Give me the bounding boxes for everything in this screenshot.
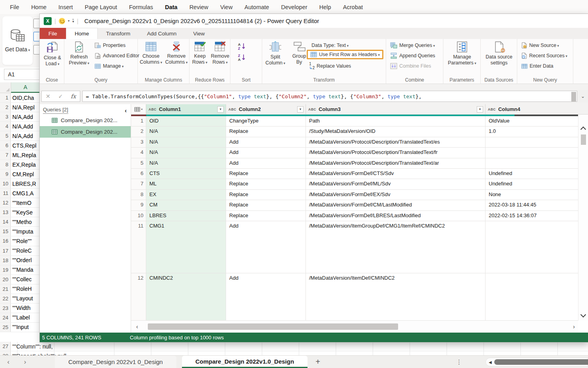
cell-value[interactable]: ""Manda [11, 265, 40, 275]
row-number[interactable]: 1 [0, 93, 11, 102]
cell-value[interactable]: ML,Repla [11, 150, 40, 160]
cell-value[interactable]: ""Role"" [11, 236, 40, 245]
row-number[interactable]: 7 [0, 150, 11, 160]
cell-column2[interactable]: ChangeType [226, 116, 306, 127]
row-number[interactable]: 9 [131, 200, 146, 210]
cancel-icon[interactable]: ✕ [46, 93, 50, 99]
cell-value[interactable]: N/A,Add [11, 131, 40, 140]
cell-value[interactable]: ""Width [11, 304, 40, 313]
column-header[interactable]: ABC Column3 ▾ [306, 104, 485, 114]
excel-menu-item[interactable]: Automate [238, 4, 275, 10]
cell-column3[interactable]: /MetaDataVersion/FormDef/LBRES/LastModif… [306, 211, 485, 221]
vscrollbar-thumb[interactable] [581, 134, 586, 145]
cell-column3[interactable]: /MetaDataVersion/Protocol/Description/Tr… [306, 158, 485, 169]
row-number[interactable]: 28 [0, 351, 11, 355]
cell-column4[interactable]: OldValue [485, 116, 578, 127]
properties-button[interactable]: Properties [95, 41, 126, 50]
cell-column4[interactable] [485, 221, 578, 273]
sheet-tab-2-active[interactable]: Compare_Design 2022v1.0_Design [182, 356, 308, 368]
group-by-button[interactable]: Group By [289, 41, 309, 65]
row-number[interactable]: 24 [0, 313, 11, 322]
pq-tab[interactable]: Home [66, 28, 98, 39]
scroll-left-icon[interactable]: ‹ [131, 323, 143, 330]
pq-tab[interactable]: Add Column [139, 28, 185, 39]
cell-column1[interactable]: CMINDC2 [146, 273, 226, 321]
cell-value[interactable]: ""Input [11, 323, 40, 332]
cell-column3[interactable]: /MetaDataVersion/FormDef/ML/Sdv [306, 179, 485, 189]
scrollbar-thumb[interactable] [494, 359, 588, 365]
smiley-dropdown-icon[interactable]: ▾ [68, 19, 70, 23]
row-number[interactable]: 9 [0, 169, 11, 179]
cell-column2[interactable]: Add [226, 273, 306, 321]
row-number[interactable]: 21 [0, 284, 11, 294]
pq-tab[interactable]: File [40, 28, 66, 39]
cell-column3[interactable]: /MetaDataVersion/FormDef/CM/LastModified [306, 200, 485, 210]
add-sheet-button[interactable]: + [308, 356, 328, 368]
sort-descending-button[interactable]: ZA [238, 53, 246, 62]
cell-column2[interactable]: Replace [226, 127, 306, 137]
formula-expand-icon[interactable]: ⌄ [579, 93, 586, 99]
cell-value[interactable]: ""Label [11, 313, 40, 322]
cell-column4[interactable]: 2022-03-18 11:44:45 [485, 200, 578, 210]
refresh-preview-button[interactable]: Refresh Preview [67, 41, 91, 66]
row-number[interactable]: 6 [131, 169, 146, 179]
query-list-item[interactable]: Compare_Design 202... [40, 115, 131, 126]
row-number[interactable]: 5 [0, 131, 11, 140]
cell-column4[interactable]: None [485, 190, 578, 200]
excel-menu-item[interactable]: File [4, 4, 25, 10]
excel-menu-item[interactable]: Page Layout [79, 4, 123, 10]
row-number[interactable]: 8 [131, 190, 146, 200]
row-number[interactable]: 12 [131, 273, 146, 321]
excel-menu-item[interactable]: View [214, 4, 238, 10]
row-number[interactable]: 11 [131, 221, 146, 273]
enter-data-button[interactable]: Enter Data [521, 61, 553, 71]
row-number[interactable]: 20 [0, 275, 11, 284]
row-number[interactable]: 5 [131, 158, 146, 169]
cell-column1[interactable]: CMG1 [146, 221, 226, 273]
row-number[interactable]: 3 [0, 112, 11, 121]
row-number[interactable]: 11 [0, 189, 11, 198]
excel-menu-item[interactable]: Review [184, 4, 215, 10]
data-type-button[interactable]: Data Type: Text [311, 41, 348, 50]
cell-column3[interactable]: /MetaDataVersion/FormDef/EX/Sdv [306, 190, 485, 200]
pq-title-bar[interactable]: X | ▾ ▾ | Compare_Design 2022v1 0_Design… [40, 14, 588, 28]
cell-column3[interactable]: Path [306, 116, 485, 127]
row-number[interactable]: 2 [0, 103, 11, 112]
cell-value[interactable]: N/A,Add [11, 122, 40, 131]
cell-value[interactable]: ""Collec [11, 275, 40, 284]
table-menu-button[interactable]: ▾ [131, 104, 146, 114]
cell-value[interactable]: ""Layout [11, 294, 40, 303]
cell-column2[interactable]: Replace [226, 211, 306, 221]
cell-value[interactable]: CTS,Repl [11, 141, 40, 150]
append-queries-button[interactable]: Append Queries [390, 51, 435, 60]
smiley-feedback-icon[interactable] [59, 18, 65, 24]
cell-column1[interactable]: EX [146, 190, 226, 200]
cell-value[interactable]: ""RepeatLabels"": null [11, 351, 588, 355]
replace-values-button[interactable]: 1↳2 Replace Values [309, 61, 351, 71]
cell-value[interactable]: N/A,Repl [11, 103, 40, 112]
cell-column4[interactable] [485, 158, 578, 169]
cell-column3[interactable]: /MetaDataVersion/FormDef/CTS/Sdv [306, 169, 485, 179]
cell-value[interactable]: ""RoleC [11, 246, 40, 255]
commit-icon[interactable]: ✓ [58, 93, 63, 99]
cell-column3[interactable]: /MetaDataVersion/Protocol/Description/Tr… [306, 148, 485, 158]
row-number[interactable]: 18 [0, 256, 11, 265]
cell-value[interactable]: N/A,Add [11, 112, 40, 121]
row-number[interactable]: 22 [0, 294, 11, 303]
prev-sheet-arrow-icon[interactable]: ‹ [0, 356, 17, 368]
row-number[interactable]: 6 [0, 141, 11, 150]
manage-parameters-button[interactable]: Manage Parameters [447, 41, 478, 66]
scroll-right-icon[interactable]: › [573, 323, 575, 330]
row-number[interactable]: 27 [0, 342, 11, 351]
cell-column4[interactable]: Undefined [485, 179, 578, 189]
cell-column1[interactable]: N/A [146, 158, 226, 169]
remove-columns-button[interactable]: Remove Columns [164, 41, 189, 65]
cell-column1[interactable]: ML [146, 179, 226, 189]
row-number[interactable]: 15 [0, 227, 11, 236]
cell-value[interactable]: LBRES,R [11, 179, 40, 188]
pq-tab[interactable]: Transform [98, 28, 139, 39]
cell-column3[interactable]: /MetaDataVersion/Protocol/Description/Tr… [306, 137, 485, 148]
cell-column4[interactable]: 1.0 [485, 127, 578, 137]
select-all-corner[interactable] [0, 82, 11, 93]
use-first-row-as-headers-button[interactable]: Use First Row as Headers [307, 50, 383, 59]
